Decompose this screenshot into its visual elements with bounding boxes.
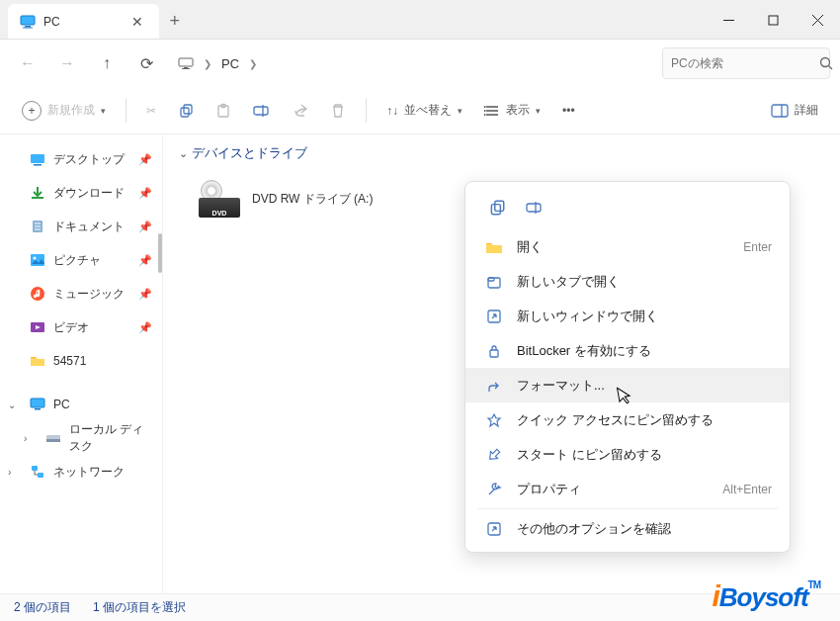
address-pc[interactable]: PC bbox=[221, 56, 239, 71]
chevron-down-icon: ▾ bbox=[458, 106, 462, 116]
ctx-label: 新しいウィンドウで開く bbox=[517, 308, 658, 325]
more-button[interactable]: ••• bbox=[554, 95, 583, 127]
svg-point-10 bbox=[821, 58, 830, 67]
ellipsis-icon: ••• bbox=[562, 104, 575, 118]
ctx-pin-quick-access[interactable]: クイック アクセスにピン留めする bbox=[465, 402, 790, 437]
view-icon bbox=[484, 104, 500, 118]
ctx-label: プロパティ bbox=[517, 481, 581, 498]
sort-icon: ↑↓ bbox=[386, 104, 398, 118]
sidebar-label: ドキュメント bbox=[53, 219, 125, 235]
separator bbox=[477, 508, 778, 509]
rename-button[interactable] bbox=[245, 95, 279, 127]
sidebar-label: ローカル ディスク bbox=[69, 421, 152, 455]
svg-rect-40 bbox=[32, 466, 38, 471]
pc-icon bbox=[30, 397, 45, 412]
sort-button[interactable]: ↑↓ 並べ替え ▾ bbox=[378, 95, 470, 127]
sidebar-item-documents[interactable]: ドキュメント📌 bbox=[0, 210, 162, 243]
svg-rect-32 bbox=[31, 254, 44, 266]
share-button[interactable] bbox=[285, 95, 316, 127]
new-label: 新規作成 bbox=[47, 102, 95, 119]
ctx-label: クイック アクセスにピン留めする bbox=[517, 411, 714, 429]
nav-up-button[interactable]: ↑ bbox=[89, 45, 125, 81]
sidebar-label: 54571 bbox=[53, 354, 86, 368]
svg-rect-4 bbox=[769, 16, 778, 25]
tab-close-button[interactable]: ✕ bbox=[127, 12, 147, 32]
sidebar-item-network[interactable]: ›ネットワーク bbox=[0, 455, 162, 488]
svg-rect-36 bbox=[31, 399, 44, 407]
drive-badge: DVD bbox=[212, 210, 227, 217]
ctx-label: フォーマット... bbox=[517, 377, 605, 395]
context-menu: 開く Enter 新しいタブで開く 新しいウィンドウで開く BitLocker … bbox=[464, 181, 791, 553]
delete-button[interactable] bbox=[322, 95, 354, 127]
sidebar-item-localdisk[interactable]: ›ローカル ディスク bbox=[0, 421, 162, 455]
rename-icon bbox=[253, 103, 271, 119]
svg-rect-24 bbox=[772, 105, 788, 117]
pin-icon: 📌 bbox=[138, 187, 152, 200]
ctx-properties[interactable]: プロパティ Alt+Enter bbox=[465, 472, 790, 506]
new-button[interactable]: + 新規作成 ▾ bbox=[14, 95, 114, 127]
disk-icon bbox=[45, 430, 61, 446]
watermark-i: i bbox=[712, 579, 718, 613]
maximize-button[interactable] bbox=[751, 0, 796, 40]
browser-tab[interactable]: PC ✕ bbox=[8, 4, 159, 39]
picture-icon bbox=[30, 252, 45, 268]
section-header[interactable]: ⌄ デバイスとドライブ bbox=[179, 144, 824, 162]
document-icon bbox=[30, 219, 45, 234]
chevron-right-icon: ❯ bbox=[204, 58, 211, 69]
svg-point-22 bbox=[484, 110, 486, 112]
svg-point-23 bbox=[484, 114, 486, 116]
nav-back-button[interactable]: ← bbox=[10, 45, 45, 81]
sidebar-item-pictures[interactable]: ピクチャ📌 bbox=[0, 243, 162, 277]
cut-button[interactable]: ✂ bbox=[138, 95, 164, 127]
search-box[interactable] bbox=[662, 47, 830, 79]
close-button[interactable] bbox=[796, 0, 840, 40]
sidebar-item-folder[interactable]: 54571 bbox=[0, 344, 162, 378]
view-button[interactable]: 表示 ▾ bbox=[476, 95, 548, 127]
chevron-down-icon: ▾ bbox=[101, 106, 106, 116]
ctx-open[interactable]: 開く Enter bbox=[465, 229, 790, 264]
sidebar-item-desktop[interactable]: デスクトップ📌 bbox=[0, 142, 162, 176]
search-input[interactable] bbox=[671, 56, 819, 70]
ctx-pin-start[interactable]: スタート にピン留めする bbox=[465, 437, 790, 472]
svg-rect-8 bbox=[184, 67, 188, 68]
chevron-down-icon: ⌄ bbox=[8, 399, 16, 410]
scrollbar[interactable] bbox=[158, 233, 162, 273]
ctx-label: BitLocker を有効にする bbox=[517, 342, 651, 360]
ctx-bitlocker[interactable]: BitLocker を有効にする bbox=[465, 333, 790, 368]
copy-button[interactable] bbox=[170, 95, 202, 127]
new-tab-button[interactable]: + bbox=[159, 4, 191, 39]
pin-icon: 📌 bbox=[138, 221, 152, 233]
sidebar-label: PC bbox=[53, 398, 70, 411]
scissors-icon: ✂ bbox=[146, 104, 156, 118]
pc-small-icon bbox=[178, 55, 194, 71]
sidebar-item-music[interactable]: ミュージック📌 bbox=[0, 277, 162, 310]
svg-rect-41 bbox=[38, 473, 43, 478]
paste-button[interactable] bbox=[208, 95, 239, 127]
address-bar[interactable]: ❯ PC ❯ bbox=[178, 55, 658, 71]
nav-refresh-button[interactable]: ⟳ bbox=[128, 45, 164, 81]
pin-start-icon bbox=[485, 446, 503, 464]
sidebar-item-pc[interactable]: ⌄PC bbox=[0, 388, 162, 421]
paste-icon bbox=[215, 103, 231, 119]
svg-rect-26 bbox=[31, 154, 44, 163]
svg-rect-43 bbox=[495, 201, 504, 211]
sidebar-label: ダウンロード bbox=[53, 185, 125, 202]
chevron-right-icon: ❯ bbox=[249, 58, 257, 69]
ctx-open-new-tab[interactable]: 新しいタブで開く bbox=[465, 264, 790, 299]
ctx-more-options[interactable]: その他のオプションを確認 bbox=[465, 511, 790, 546]
details-pane-button[interactable]: 詳細 bbox=[763, 95, 826, 127]
copy-button[interactable] bbox=[485, 196, 509, 220]
rename-button[interactable] bbox=[523, 196, 546, 220]
tab-title: PC bbox=[43, 15, 120, 29]
ctx-open-new-window[interactable]: 新しいウィンドウで開く bbox=[465, 299, 790, 333]
details-icon bbox=[771, 104, 789, 118]
network-icon bbox=[30, 464, 45, 480]
drive-label: DVD RW ドライブ (A:) bbox=[252, 191, 373, 208]
pc-icon bbox=[20, 14, 36, 30]
sidebar-item-videos[interactable]: ビデオ📌 bbox=[0, 310, 162, 344]
nav-forward-button[interactable]: → bbox=[49, 45, 85, 81]
svg-rect-49 bbox=[490, 350, 498, 357]
minimize-button[interactable] bbox=[707, 0, 751, 40]
sidebar-item-downloads[interactable]: ダウンロード📌 bbox=[0, 176, 162, 210]
search-icon bbox=[819, 56, 833, 70]
